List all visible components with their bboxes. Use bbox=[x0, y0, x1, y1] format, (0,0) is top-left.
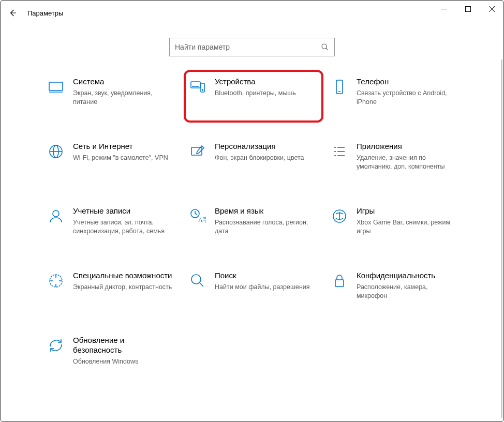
tile-desc: Связать устройство с Android, iPhone bbox=[357, 89, 457, 107]
svg-rect-6 bbox=[49, 82, 63, 91]
tile-desc: Экранный диктор, контрастность bbox=[73, 283, 173, 292]
phone-icon bbox=[331, 78, 348, 96]
tile-desc: Bluetooth, принтеры, мышь bbox=[215, 89, 314, 98]
minimize-button[interactable] bbox=[432, 1, 456, 17]
tile-desc: Расположение, камера, микрофон bbox=[357, 283, 457, 300]
tile-ease-of-access[interactable]: Специальные возможности Экранный диктор,… bbox=[47, 271, 173, 307]
categories-grid: Система Экран, звук, уведомления, питани… bbox=[21, 77, 483, 372]
close-icon bbox=[489, 6, 495, 12]
time-language-icon: A字 bbox=[189, 207, 206, 225]
tile-search[interactable]: Поиск Найти мои файлы, разрешения bbox=[189, 271, 315, 307]
tile-title: Приложения bbox=[357, 142, 457, 152]
tile-system[interactable]: Система Экран, звук, уведомления, питани… bbox=[47, 77, 173, 113]
tile-title: Конфиденциальность bbox=[357, 271, 457, 281]
personalization-icon bbox=[189, 143, 206, 160]
close-button[interactable] bbox=[480, 1, 503, 17]
tile-privacy[interactable]: Конфиденциальность Расположение, камера,… bbox=[331, 271, 457, 307]
tile-personalization[interactable]: Персонализация Фон, экран блокировки, цв… bbox=[189, 142, 315, 178]
tile-title: Персонализация bbox=[215, 142, 315, 152]
back-arrow-icon bbox=[8, 8, 18, 18]
tile-desc: Фон, экран блокировки, цвета bbox=[215, 154, 315, 162]
search-input[interactable] bbox=[175, 43, 321, 51]
network-icon bbox=[47, 143, 65, 160]
minimize-icon bbox=[441, 6, 447, 12]
window-controls bbox=[432, 1, 503, 17]
accounts-icon bbox=[47, 207, 65, 225]
tile-title: Учетные записи bbox=[73, 206, 173, 216]
tile-apps[interactable]: Приложения Удаление, значения по умолчан… bbox=[331, 142, 457, 178]
tile-time-language[interactable]: A字 Время и язык Распознавание голоса, ре… bbox=[189, 206, 315, 243]
svg-point-4 bbox=[322, 44, 327, 49]
svg-point-31 bbox=[191, 275, 201, 284]
tile-title: Устройства bbox=[215, 77, 314, 87]
svg-text:A字: A字 bbox=[198, 216, 206, 223]
tile-gaming[interactable]: Игры Xbox Game Bar, снимки, режим игры bbox=[331, 206, 457, 243]
tile-desc: Учетные записи, эл. почта, синхронизация… bbox=[73, 218, 173, 236]
scrollbar-thumb[interactable] bbox=[501, 59, 502, 418]
tile-title: Специальные возможности bbox=[73, 271, 173, 281]
tile-title: Поиск bbox=[215, 271, 315, 281]
svg-point-24 bbox=[53, 210, 59, 217]
update-icon bbox=[47, 337, 65, 354]
tile-title: Сеть и Интернет bbox=[73, 142, 173, 152]
tile-desc: Обновления Windows bbox=[73, 357, 173, 366]
scrollbar[interactable] bbox=[499, 59, 502, 418]
gaming-icon bbox=[331, 207, 348, 225]
search-container bbox=[21, 38, 483, 56]
tile-title: Игры bbox=[357, 206, 457, 216]
maximize-icon bbox=[465, 6, 471, 12]
tile-update[interactable]: Обновление и безопасность Обновления Win… bbox=[47, 336, 173, 372]
search-box[interactable] bbox=[169, 38, 335, 56]
tile-title: Время и язык bbox=[215, 206, 315, 216]
tile-desc: Экран, звук, уведомления, питание bbox=[73, 89, 173, 107]
tile-title: Система bbox=[73, 77, 173, 87]
tile-desc: Найти мои файлы, разрешения bbox=[215, 283, 315, 292]
maximize-button[interactable] bbox=[456, 1, 480, 17]
tile-network[interactable]: Сеть и Интернет Wi-Fi, режим "в самолете… bbox=[47, 142, 173, 178]
svg-rect-1 bbox=[465, 6, 470, 11]
tile-title: Обновление и безопасность bbox=[73, 336, 173, 355]
search-icon bbox=[321, 43, 329, 51]
svg-point-11 bbox=[202, 89, 203, 91]
settings-window: Параметры bbox=[0, 0, 504, 422]
tile-desc: Удаление, значения по умолчанию, доп. ко… bbox=[357, 154, 457, 171]
tile-accounts[interactable]: Учетные записи Учетные записи, эл. почта… bbox=[47, 206, 173, 243]
tile-desc: Распознавание голоса, регион, дата bbox=[215, 218, 315, 236]
content-area: Система Экран, звук, уведомления, питани… bbox=[1, 25, 503, 421]
svg-line-5 bbox=[326, 48, 328, 50]
window-title: Параметры bbox=[27, 9, 63, 17]
tile-desc: Wi-Fi, режим "в самолете", VPN bbox=[73, 154, 173, 162]
system-icon bbox=[47, 78, 65, 96]
svg-rect-8 bbox=[191, 82, 200, 88]
svg-rect-33 bbox=[335, 280, 344, 287]
privacy-icon bbox=[331, 272, 348, 290]
tile-title: Телефон bbox=[357, 77, 457, 87]
ease-of-access-icon bbox=[47, 272, 65, 290]
devices-icon bbox=[189, 78, 206, 96]
tile-phone[interactable]: Телефон Связать устройство с Android, iP… bbox=[331, 77, 457, 113]
tile-desc: Xbox Game Bar, снимки, режим игры bbox=[357, 218, 457, 236]
svg-line-32 bbox=[200, 283, 203, 287]
titlebar: Параметры bbox=[1, 1, 503, 25]
apps-icon bbox=[331, 143, 348, 160]
back-button[interactable] bbox=[1, 1, 25, 25]
tile-devices[interactable]: Устройства Bluetooth, принтеры, мышь bbox=[184, 70, 323, 123]
search-category-icon bbox=[189, 272, 206, 290]
svg-line-27 bbox=[195, 214, 197, 215]
